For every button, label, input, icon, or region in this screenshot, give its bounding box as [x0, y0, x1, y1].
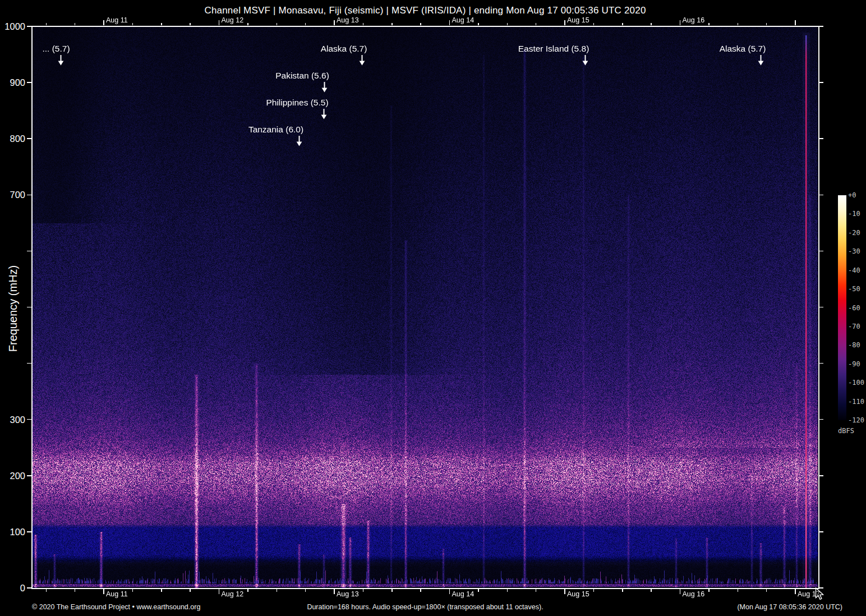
x-minor-tick [190, 23, 191, 26]
y-tick [819, 475, 823, 476]
x-tick-label-bottom: Aug 14 [452, 590, 475, 598]
y-tick-label: 300 [3, 415, 25, 425]
annotation-arrow-icon [320, 109, 328, 119]
x-minor-tick [507, 589, 508, 592]
x-minor-tick [247, 23, 248, 26]
x-major-tick [564, 20, 565, 25]
x-tick-label-top: Aug 16 [683, 16, 705, 24]
x-tick-label-bottom: Aug 12 [222, 590, 244, 598]
y-tick [27, 26, 31, 27]
x-major-tick [449, 20, 450, 25]
x-minor-tick [536, 589, 537, 592]
x-tick-label-top: Aug 12 [222, 16, 244, 24]
x-minor-tick [766, 23, 767, 26]
colorbar-tick-label: -10 [848, 210, 860, 218]
x-minor-tick [305, 23, 306, 26]
spectrogram-canvas [33, 27, 818, 588]
x-minor-tick [536, 23, 537, 26]
y-tick [819, 363, 823, 364]
x-minor-tick [391, 23, 393, 26]
x-minor-tick [622, 23, 623, 26]
colorbar-tick-label: -90 [848, 360, 860, 368]
x-minor-tick [75, 23, 76, 26]
x-minor-tick [478, 589, 479, 592]
x-major-tick [680, 589, 681, 594]
annotation-label: Alaska (5.7) [321, 44, 367, 54]
y-tick [27, 195, 31, 196]
x-tick-label-bottom: Aug 15 [567, 590, 589, 598]
annotation-arrow-icon [358, 55, 366, 66]
x-minor-tick [363, 23, 364, 26]
annotation-label: Philippines (5.5) [266, 98, 328, 108]
colorbar [838, 195, 846, 420]
y-axis-title: Frequency (mHz) [7, 265, 20, 352]
x-minor-tick [651, 23, 652, 26]
annotation-arrow-icon [582, 55, 589, 66]
x-major-tick [564, 589, 565, 594]
colorbar-tick-label: -70 [848, 323, 860, 330]
y-tick-label: 800 [3, 134, 25, 144]
x-minor-tick [46, 589, 47, 592]
x-major-tick [795, 20, 796, 25]
x-minor-tick [277, 589, 278, 592]
annotation-label: Alaska (5.7) [720, 44, 766, 54]
page-title: Channel MSVF | Monasavu, Fiji (seismic) … [32, 5, 818, 16]
annotation-label: ... (5.7) [42, 44, 70, 54]
x-major-tick [334, 589, 335, 594]
annotation-label: Pakistan (5.6) [275, 71, 329, 81]
x-minor-tick [738, 589, 739, 592]
footer-render-time: (Mon Aug 17 08:05:36 2020 UTC) [737, 603, 842, 611]
colorbar-tick-label: -30 [848, 247, 860, 255]
x-minor-tick [708, 589, 710, 592]
colorbar-tick-label: -110 [848, 398, 864, 406]
x-minor-tick [593, 589, 595, 592]
x-major-tick [219, 20, 220, 25]
x-major-tick [219, 589, 220, 594]
mouse-cursor-icon [815, 587, 825, 601]
annotation-arrow-icon [757, 55, 764, 66]
x-minor-tick [738, 23, 739, 26]
x-minor-tick [507, 23, 508, 26]
y-tick-label: 0 [3, 583, 25, 594]
y-tick-label: 700 [3, 190, 25, 200]
x-minor-tick [190, 589, 191, 592]
x-minor-tick [622, 589, 623, 592]
x-tick-label-top: Aug 15 [567, 16, 589, 24]
x-minor-tick [132, 23, 133, 26]
x-minor-tick [247, 589, 248, 592]
y-tick [819, 251, 823, 252]
y-tick [819, 419, 823, 420]
annotation-arrow-icon [321, 82, 328, 93]
y-tick [819, 195, 823, 196]
y-tick-label: 100 [3, 527, 25, 537]
x-tick-label-bottom: Aug 13 [337, 590, 359, 598]
y-tick [27, 251, 31, 252]
x-minor-tick [708, 23, 710, 26]
y-tick [27, 307, 31, 308]
x-minor-tick [46, 23, 47, 26]
spectrogram-page: Channel MSVF | Monasavu, Fiji (seismic) … [0, 0, 866, 616]
x-minor-tick [277, 23, 278, 26]
x-minor-tick [305, 589, 306, 592]
annotation-arrow-icon [296, 136, 303, 146]
y-tick [27, 475, 31, 476]
x-major-tick [449, 589, 450, 594]
y-tick-label: 200 [3, 471, 25, 481]
y-tick [819, 307, 823, 308]
y-tick [27, 587, 31, 589]
colorbar-tick-label: -20 [848, 229, 860, 237]
x-minor-tick [766, 589, 767, 592]
x-minor-tick [75, 589, 76, 592]
y-tick [27, 419, 31, 420]
y-tick-label: 900 [3, 77, 25, 88]
y-tick [27, 363, 31, 364]
x-major-tick [680, 20, 681, 25]
x-minor-tick [132, 589, 133, 592]
colorbar-tick-label: +0 [848, 191, 856, 199]
colorbar-tick-label: -50 [848, 285, 860, 293]
colorbar-tick-label: -120 [848, 416, 864, 424]
x-tick-label-top: Aug 14 [452, 16, 475, 24]
x-minor-tick [420, 23, 421, 26]
x-tick-label-top: Aug 11 [106, 16, 128, 24]
footer-duration: Duration=168 hours. Audio speed-up=1800×… [32, 603, 818, 611]
